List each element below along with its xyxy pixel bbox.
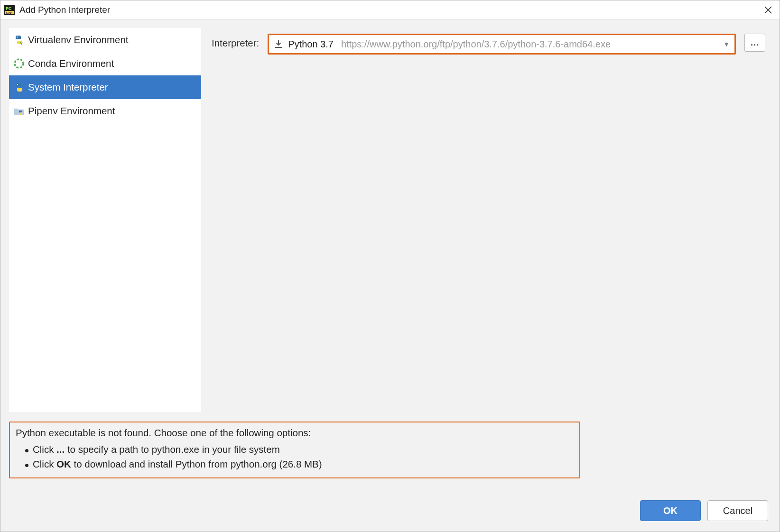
ok-button[interactable]: OK: [640, 500, 701, 521]
interpreter-type-sidebar: V Virtualenv Environment Conda Environme…: [9, 28, 201, 412]
folder-python-icon: [14, 106, 24, 116]
message-option-2: Click OK to download and install Python …: [23, 457, 573, 472]
svg-text:EAP: EAP: [6, 11, 12, 14]
window-title: Add Python Interpreter: [19, 5, 110, 15]
svg-point-11: [20, 90, 21, 91]
svg-text:V: V: [20, 41, 23, 45]
download-icon: [274, 39, 283, 49]
titlebar: PC EAP Add Python Interpreter: [0, 0, 780, 19]
interpreter-version: Python 3.7: [288, 39, 334, 50]
svg-text:PC: PC: [6, 6, 12, 11]
svg-point-6: [17, 37, 18, 37]
conda-icon: [14, 58, 24, 69]
chevron-down-icon: ▼: [723, 40, 730, 48]
python-icon: [14, 82, 24, 92]
sidebar-item-label: Virtualenv Environment: [28, 34, 129, 46]
sidebar-item-pipenv[interactable]: Pipenv Environment: [9, 99, 201, 123]
dialog-window: PC EAP Add Python Interpreter: [0, 0, 780, 532]
pycharm-app-icon: PC EAP: [4, 5, 15, 15]
sidebar-item-label: System Interpreter: [28, 82, 108, 93]
main-panel: Interpreter: Python 3.7 https://www.pyth…: [201, 28, 771, 418]
message-option-1: Click ... to specify a path to python.ex…: [23, 442, 573, 457]
ellipsis-icon: ...: [751, 38, 759, 48]
dialog-body: V Virtualenv Environment Conda Environme…: [0, 19, 780, 532]
close-button[interactable]: [757, 0, 780, 19]
message-box: Python executable is not found. Choose o…: [9, 422, 580, 478]
cancel-button[interactable]: Cancel: [707, 500, 768, 521]
message-title: Python executable is not found. Choose o…: [13, 427, 573, 439]
svg-point-10: [17, 84, 18, 85]
svg-point-9: [15, 59, 23, 68]
interpreter-label: Interpreter:: [212, 34, 259, 49]
sidebar-item-conda[interactable]: Conda Environment: [9, 52, 201, 75]
interpreter-combo[interactable]: Python 3.7 https://www.python.org/ftp/py…: [268, 34, 736, 55]
close-icon: [764, 6, 772, 14]
sidebar-item-label: Conda Environment: [28, 58, 114, 69]
interpreter-url: https://www.python.org/ftp/python/3.7.6/…: [341, 39, 715, 50]
sidebar-item-virtualenv[interactable]: V Virtualenv Environment: [9, 28, 201, 52]
python-v-icon: V: [14, 35, 24, 45]
upper-area: V Virtualenv Environment Conda Environme…: [0, 19, 780, 418]
dialog-footer: OK Cancel: [0, 490, 780, 532]
browse-button[interactable]: ...: [744, 34, 765, 52]
sidebar-item-system-interpreter[interactable]: System Interpreter: [9, 75, 201, 99]
sidebar-item-label: Pipenv Environment: [28, 105, 115, 117]
